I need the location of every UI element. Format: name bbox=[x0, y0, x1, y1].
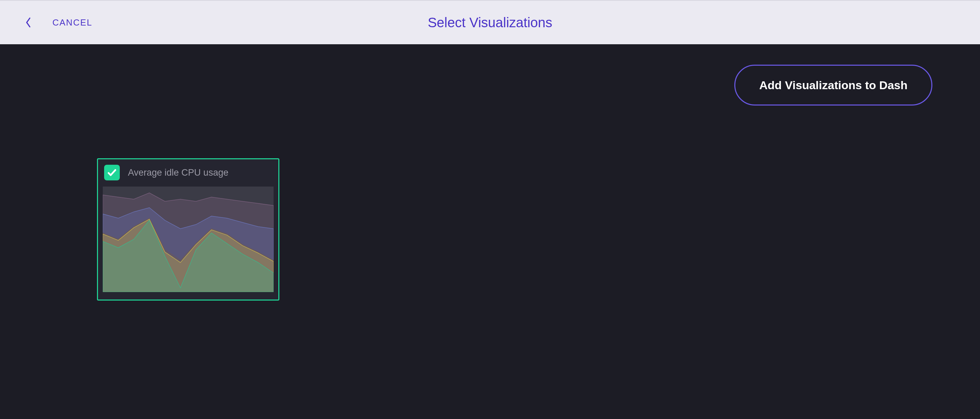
header-bar: CANCEL Select Visualizations bbox=[0, 0, 980, 44]
visualization-preview-chart bbox=[103, 186, 274, 292]
page-title: Select Visualizations bbox=[428, 15, 552, 30]
visualization-card[interactable]: Average idle CPU usage bbox=[97, 158, 279, 301]
visualization-title: Average idle CPU usage bbox=[128, 167, 228, 178]
checkbox-selected[interactable] bbox=[104, 165, 120, 180]
cancel-button[interactable]: CANCEL bbox=[52, 18, 92, 28]
visualization-card-header: Average idle CPU usage bbox=[103, 164, 274, 186]
main-content: Add Visualizations to Dash Average idle … bbox=[0, 44, 980, 419]
add-visualizations-button[interactable]: Add Visualizations to Dash bbox=[734, 65, 932, 105]
back-icon[interactable] bbox=[24, 18, 33, 27]
